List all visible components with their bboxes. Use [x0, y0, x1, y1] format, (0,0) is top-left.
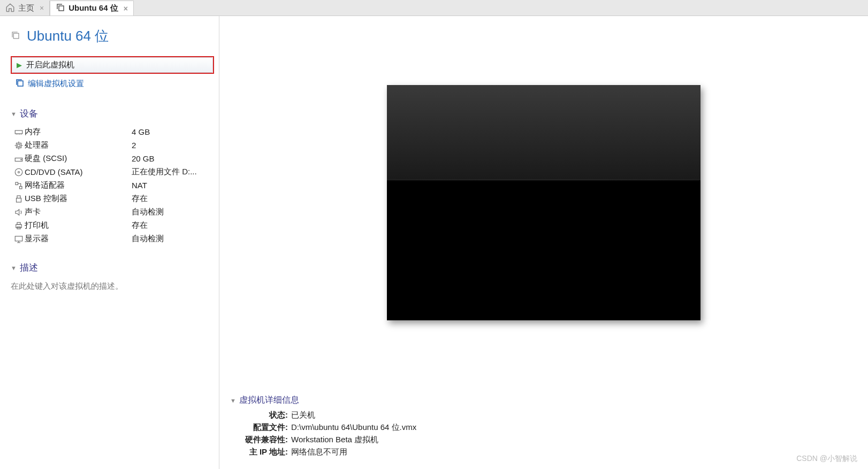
- device-usb[interactable]: USB 控制器 存在: [13, 192, 208, 205]
- device-sound[interactable]: 声卡 自动检测: [13, 205, 208, 219]
- play-icon: ▶: [17, 61, 22, 69]
- device-value: 2: [132, 141, 136, 150]
- disc-icon: [13, 167, 25, 177]
- svg-rect-14: [16, 224, 22, 227]
- svg-rect-3: [15, 130, 22, 134]
- detail-state: 状态: 已关机: [230, 409, 857, 421]
- svg-rect-1: [13, 33, 19, 39]
- edit-settings-label: 编辑虚拟机设置: [28, 79, 84, 89]
- vm-title: Ubuntu 64 位: [27, 27, 109, 45]
- devices-section-header[interactable]: ▼ 设备: [11, 107, 208, 120]
- detail-label: 硬件兼容性:: [230, 435, 288, 445]
- detail-value: Workstation Beta 虚拟机: [291, 435, 378, 445]
- device-value: 4 GB: [132, 127, 150, 136]
- detail-config: 配置文件: D:\vm\ubuntu 64\Ubuntu 64 位.vmx: [230, 421, 857, 434]
- device-label: 声卡: [25, 207, 132, 217]
- sound-icon: [13, 207, 25, 217]
- power-on-highlight-box: ▶ 开启此虚拟机: [11, 56, 214, 74]
- chevron-down-icon: ▼: [11, 111, 17, 117]
- svg-point-7: [21, 159, 22, 160]
- details-section-header[interactable]: ▼ 虚拟机详细信息: [230, 395, 857, 406]
- description-section-header[interactable]: ▼ 描述: [11, 262, 208, 274]
- svg-rect-0: [59, 6, 64, 11]
- details-label: 虚拟机详细信息: [239, 395, 299, 406]
- device-label: CD/DVD (SATA): [25, 167, 132, 176]
- right-panel: ▼ 虚拟机详细信息 状态: 已关机 配置文件: D:\vm\ubuntu 64\…: [219, 16, 868, 469]
- home-icon: [5, 3, 15, 14]
- detail-value: 网络信息不可用: [291, 447, 347, 457]
- device-display[interactable]: 显示器 自动检测: [13, 232, 208, 245]
- device-value: 存在: [132, 194, 148, 204]
- left-panel: Ubuntu 64 位 ▶ 开启此虚拟机 编辑虚拟机设置 ▼ 设备 内存 4 G…: [0, 16, 219, 469]
- tab-home[interactable]: 主页 ×: [0, 1, 50, 16]
- device-value: 20 GB: [132, 154, 155, 163]
- device-value: NAT: [132, 181, 147, 190]
- device-memory[interactable]: 内存 4 GB: [13, 125, 208, 139]
- device-label: USB 控制器: [25, 194, 132, 204]
- tab-home-label: 主页: [18, 3, 34, 13]
- device-label: 硬盘 (SCSI): [25, 153, 132, 164]
- printer-icon: [13, 221, 25, 230]
- cpu-icon: [13, 141, 25, 150]
- device-list: 内存 4 GB 处理器 2 硬盘 (SCSI) 20 GB CD/DVD (SA…: [11, 125, 208, 245]
- memory-icon: [13, 127, 25, 137]
- close-icon[interactable]: ×: [40, 4, 44, 12]
- detail-compat: 硬件兼容性: Workstation Beta 虚拟机: [230, 434, 857, 446]
- edit-settings-link[interactable]: 编辑虚拟机设置: [11, 76, 208, 91]
- device-value: 自动检测: [132, 207, 164, 217]
- preview-area: [230, 27, 857, 379]
- svg-rect-5: [18, 144, 20, 147]
- svg-rect-4: [17, 143, 21, 148]
- device-network[interactable]: 网络适配器 NAT: [13, 179, 208, 192]
- svg-point-8: [15, 168, 22, 176]
- chevron-down-icon: ▼: [11, 265, 17, 271]
- description-label: 描述: [20, 262, 38, 274]
- device-processor[interactable]: 处理器 2: [13, 139, 208, 152]
- svg-rect-17: [15, 236, 22, 241]
- description-input[interactable]: 在此处键入对该虚拟机的描述。: [11, 279, 208, 294]
- usb-icon: [13, 194, 25, 204]
- power-on-button[interactable]: ▶ 开启此虚拟机: [12, 57, 213, 73]
- svg-rect-15: [17, 222, 20, 225]
- device-value: 自动检测: [132, 234, 164, 244]
- detail-value: D:\vm\ubuntu 64\Ubuntu 64 位.vmx: [291, 422, 416, 433]
- device-label: 处理器: [25, 140, 132, 150]
- content: Ubuntu 64 位 ▶ 开启此虚拟机 编辑虚拟机设置 ▼ 设备 内存 4 G…: [0, 16, 868, 469]
- device-value: 正在使用文件 D:...: [132, 167, 197, 177]
- detail-value: 已关机: [291, 410, 315, 420]
- edit-icon: [15, 78, 25, 89]
- copy-icon: [11, 30, 20, 42]
- device-label: 内存: [25, 127, 132, 137]
- svg-rect-12: [17, 196, 20, 198]
- svg-rect-10: [16, 182, 18, 185]
- device-label: 网络适配器: [25, 180, 132, 190]
- detail-label: 配置文件:: [230, 422, 288, 433]
- svg-point-9: [18, 171, 20, 173]
- detail-label: 状态:: [230, 410, 288, 420]
- device-label: 显示器: [25, 234, 132, 244]
- hdd-icon: [13, 154, 25, 164]
- network-icon: [13, 181, 25, 190]
- display-icon: [13, 234, 25, 244]
- vm-title-row: Ubuntu 64 位: [11, 27, 208, 45]
- devices-label: 设备: [20, 107, 38, 120]
- tab-vm[interactable]: Ubuntu 64 位 ×: [50, 1, 134, 16]
- device-value: 存在: [132, 220, 148, 230]
- vm-preview-screen[interactable]: [387, 85, 701, 320]
- watermark: CSDN @小智解说: [796, 454, 857, 464]
- device-hdd[interactable]: 硬盘 (SCSI) 20 GB: [13, 152, 208, 165]
- copy-icon: [56, 3, 65, 14]
- tab-vm-label: Ubuntu 64 位: [68, 3, 118, 13]
- detail-ip: 主 IP 地址: 网络信息不可用: [230, 446, 857, 458]
- details-section: ▼ 虚拟机详细信息 状态: 已关机 配置文件: D:\vm\ubuntu 64\…: [230, 395, 857, 458]
- tab-bar: 主页 × Ubuntu 64 位 ×: [0, 0, 868, 16]
- chevron-down-icon: ▼: [230, 397, 236, 404]
- close-icon[interactable]: ×: [124, 4, 128, 13]
- device-label: 打印机: [25, 220, 132, 230]
- detail-label: 主 IP 地址:: [230, 447, 288, 457]
- svg-rect-11: [20, 186, 22, 189]
- device-printer[interactable]: 打印机 存在: [13, 219, 208, 232]
- device-cddvd[interactable]: CD/DVD (SATA) 正在使用文件 D:...: [13, 165, 208, 179]
- svg-rect-13: [17, 198, 21, 202]
- svg-rect-2: [18, 81, 23, 86]
